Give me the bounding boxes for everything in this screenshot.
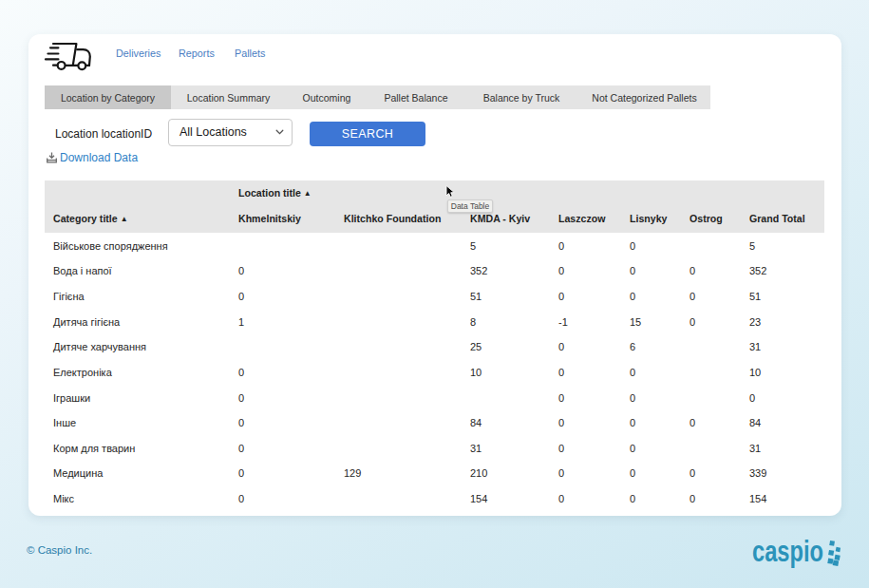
svg-text:caspio: caspio — [752, 535, 823, 568]
